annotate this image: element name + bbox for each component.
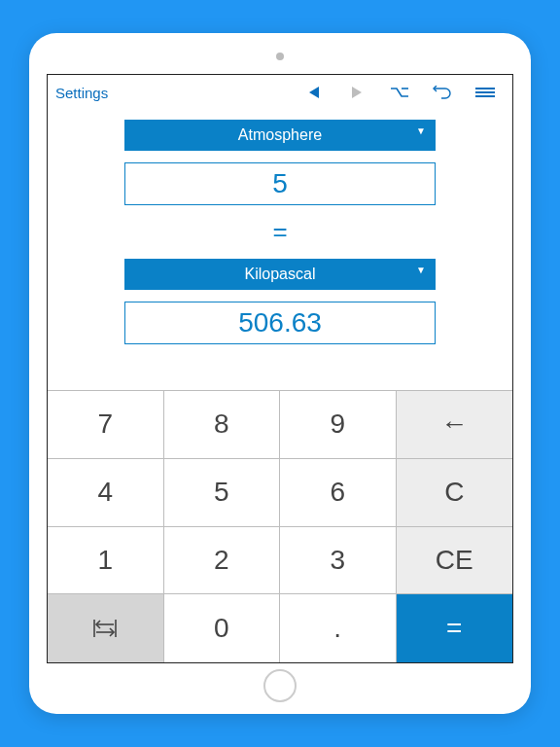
key-3[interactable]: 3 <box>280 527 397 595</box>
equals-label: = <box>272 217 287 247</box>
triangle-right-icon <box>352 87 362 98</box>
key-8[interactable]: 8 <box>164 391 281 459</box>
key-2[interactable]: 2 <box>164 527 281 595</box>
key-swap[interactable] <box>48 594 164 662</box>
chevron-down-icon: ▼ <box>416 265 426 275</box>
settings-button[interactable]: Settings <box>55 85 108 101</box>
key-clear-entry[interactable]: CE <box>397 527 513 595</box>
svg-marker-1 <box>352 87 362 98</box>
undo-button[interactable] <box>423 79 462 106</box>
to-unit-select[interactable]: Kilopascal ▼ <box>124 259 436 290</box>
key-equals[interactable]: = <box>397 594 513 662</box>
keypad: 7 8 9 ← 4 5 6 C 1 2 3 CE 0 <box>48 390 512 662</box>
prev-button[interactable] <box>295 79 333 106</box>
triangle-left-icon <box>309 87 319 98</box>
undo-icon <box>433 86 452 99</box>
key-5[interactable]: 5 <box>164 459 281 527</box>
key-clear[interactable]: C <box>397 459 513 527</box>
app-screen: Settings <box>47 74 513 663</box>
from-value-text: 5 <box>272 168 288 199</box>
to-unit-label: Kilopascal <box>245 266 316 283</box>
camera-dot <box>276 53 284 60</box>
from-value-input[interactable]: 5 <box>124 162 436 205</box>
tablet-frame: Settings <box>29 33 531 714</box>
from-unit-label: Atmosphere <box>238 126 322 144</box>
svg-marker-0 <box>309 87 319 98</box>
key-1[interactable]: 1 <box>48 527 164 595</box>
from-unit-select[interactable]: Atmosphere ▼ <box>124 120 436 151</box>
menu-icon <box>475 87 495 98</box>
conversion-area: Atmosphere ▼ 5 = Kilopascal ▼ 506.63 <box>48 110 512 390</box>
next-button[interactable] <box>337 79 376 106</box>
toolbar: Settings <box>48 75 512 110</box>
key-0[interactable]: 0 <box>164 594 281 662</box>
key-6[interactable]: 6 <box>280 459 397 527</box>
home-button[interactable] <box>263 669 297 702</box>
to-value-output: 506.63 <box>124 302 436 344</box>
key-7[interactable]: 7 <box>48 391 164 459</box>
option-key-icon <box>390 87 409 98</box>
menu-button[interactable] <box>466 79 505 106</box>
chevron-down-icon: ▼ <box>416 125 426 136</box>
key-backspace[interactable]: ← <box>397 391 513 459</box>
swap-icon <box>92 618 118 639</box>
key-decimal[interactable]: . <box>280 594 397 662</box>
key-9[interactable]: 9 <box>280 391 397 459</box>
to-value-text: 506.63 <box>238 307 322 338</box>
key-4[interactable]: 4 <box>48 459 164 527</box>
option-button[interactable] <box>380 79 419 106</box>
